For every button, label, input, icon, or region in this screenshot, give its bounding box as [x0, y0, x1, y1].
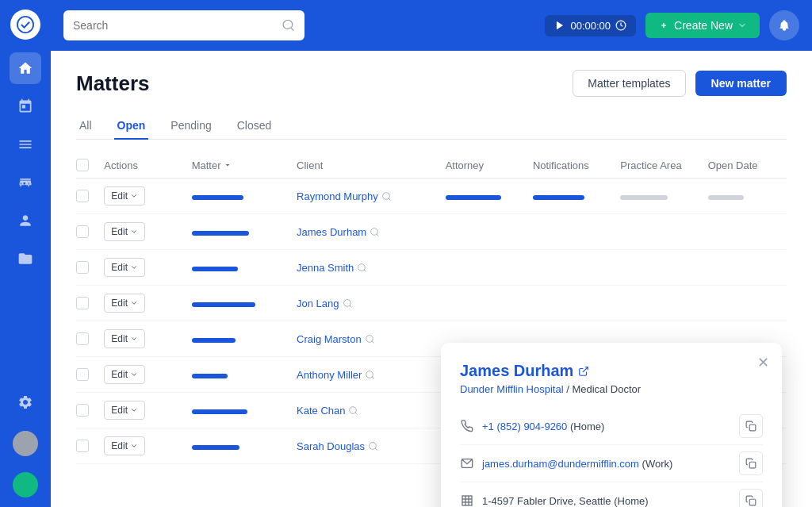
- search-input[interactable]: [73, 19, 276, 32]
- client-link[interactable]: Anthony Miller: [297, 369, 439, 381]
- notification-button[interactable]: [769, 10, 799, 40]
- row-checkbox[interactable]: [76, 225, 89, 238]
- svg-point-12: [343, 299, 350, 306]
- matter-bar: [192, 267, 238, 271]
- edit-button[interactable]: Edit: [104, 401, 145, 420]
- row-checkbox[interactable]: [76, 440, 89, 452]
- matter-bar: [192, 374, 228, 378]
- matter-bar: [192, 409, 247, 414]
- search-icon: [282, 19, 295, 32]
- create-new-button[interactable]: Create New: [645, 13, 760, 38]
- sidebar-item-contacts[interactable]: [10, 205, 41, 236]
- svg-line-22: [583, 367, 588, 371]
- popup-email-link[interactable]: james.durham@dundermifflin.com: [482, 458, 639, 470]
- chevron-down-icon: [130, 192, 138, 200]
- svg-point-0: [17, 17, 33, 33]
- popup-name-link[interactable]: James Durham: [460, 362, 573, 380]
- header-matter[interactable]: Matter: [192, 152, 297, 179]
- row-client: Jenna Smith: [297, 250, 446, 286]
- select-all-checkbox[interactable]: [76, 159, 89, 171]
- new-matter-button[interactable]: New matter: [695, 71, 787, 96]
- svg-point-20: [370, 442, 377, 449]
- edit-button[interactable]: Edit: [104, 436, 145, 455]
- row-matter: [192, 357, 297, 393]
- client-link[interactable]: Jenna Smith: [297, 262, 439, 274]
- sidebar-item-calendar[interactable]: [10, 90, 41, 122]
- sidebar-item-documents[interactable]: [10, 243, 41, 275]
- client-link[interactable]: Kate Chan: [297, 405, 439, 417]
- main-content: 00:00:00 Create New Matters Matter templ…: [51, 0, 812, 507]
- tab-closed[interactable]: Closed: [234, 113, 275, 140]
- row-actions: Edit: [104, 357, 191, 393]
- search-small-icon: [370, 227, 380, 237]
- chevron-down-icon: [130, 335, 138, 343]
- page-title: Matters: [76, 71, 149, 96]
- header-client: Client: [297, 152, 446, 179]
- popup-email-info: james.durham@dundermifflin.com (Work): [460, 456, 672, 471]
- matter-sort[interactable]: Matter: [192, 159, 290, 171]
- row-open-date: [708, 179, 787, 214]
- external-link-icon: [578, 366, 589, 377]
- edit-button[interactable]: Edit: [104, 365, 145, 384]
- edit-button[interactable]: Edit: [104, 186, 145, 205]
- edit-button[interactable]: Edit: [104, 294, 145, 313]
- notifications-bar: [533, 195, 584, 200]
- app-logo: [10, 10, 40, 40]
- tab-open[interactable]: Open: [114, 113, 149, 140]
- client-link[interactable]: Jon Lang: [297, 298, 439, 309]
- client-link[interactable]: Sarah Douglas: [297, 440, 439, 452]
- practice-bar: [620, 195, 668, 200]
- matter-bar: [192, 302, 255, 307]
- row-checkbox[interactable]: [76, 404, 89, 417]
- edit-button[interactable]: Edit: [104, 329, 145, 348]
- popup-org-link[interactable]: Dunder Mifflin Hospital: [460, 383, 564, 395]
- chevron-down-icon: [737, 21, 747, 30]
- popup-phone-link[interactable]: +1 (852) 904-9260: [482, 421, 567, 432]
- popup-phone-row: +1 (852) 904-9260 (Home): [460, 408, 763, 445]
- copy-icon: [745, 421, 756, 432]
- phone-icon: [460, 419, 474, 433]
- edit-button[interactable]: Edit: [104, 258, 145, 277]
- copy-address-button[interactable]: [739, 489, 763, 507]
- row-actions: Edit: [104, 179, 191, 214]
- row-checkbox[interactable]: [76, 261, 89, 274]
- header-notifications: Notifications: [533, 152, 620, 179]
- sidebar-item-home[interactable]: [10, 52, 41, 84]
- attorney-bar: [446, 195, 501, 200]
- tab-pending[interactable]: Pending: [167, 113, 214, 140]
- search-box[interactable]: [63, 10, 304, 40]
- table-row: Edit James Durham: [76, 214, 787, 250]
- row-checkbox[interactable]: [76, 368, 89, 381]
- row-checkbox[interactable]: [76, 297, 89, 309]
- popup-address-value: 1-4597 Fabler Drive, Seattle (Home): [482, 495, 649, 507]
- client-link[interactable]: Craig Marston: [297, 333, 439, 345]
- svg-line-13: [350, 305, 351, 307]
- row-checkbox[interactable]: [76, 190, 89, 202]
- sidebar-item-matters[interactable]: [10, 129, 41, 160]
- client-link[interactable]: James Durham: [297, 226, 439, 238]
- matter-bar: [192, 338, 236, 343]
- popup-close-button[interactable]: ✕: [757, 354, 769, 371]
- row-client: Craig Marston: [297, 321, 446, 357]
- matter-templates-button[interactable]: Matter templates: [573, 70, 685, 97]
- timer-badge[interactable]: 00:00:00: [545, 15, 636, 36]
- header-open-date: Open Date: [708, 152, 787, 179]
- row-client: Jon Lang: [297, 286, 446, 321]
- copy-email-button[interactable]: [739, 451, 763, 475]
- svg-point-10: [358, 263, 366, 271]
- page-header: Matters Matter templates New matter: [76, 70, 787, 97]
- copy-phone-button[interactable]: [739, 414, 763, 438]
- sidebar-item-settings[interactable]: [10, 386, 41, 418]
- row-actions: Edit: [104, 286, 191, 321]
- row-matter: [192, 428, 297, 464]
- sidebar-item-billing[interactable]: [10, 167, 41, 198]
- tab-all[interactable]: All: [76, 113, 95, 140]
- edit-button[interactable]: Edit: [104, 222, 145, 241]
- row-checkbox[interactable]: [76, 332, 89, 345]
- svg-point-8: [371, 228, 378, 235]
- popup-email-row: james.durham@dundermifflin.com (Work): [460, 445, 763, 482]
- chevron-down-icon: [130, 406, 138, 414]
- client-link[interactable]: Raymond Murphy: [297, 190, 439, 202]
- svg-line-17: [372, 377, 373, 378]
- timer-value: 00:00:00: [570, 20, 611, 32]
